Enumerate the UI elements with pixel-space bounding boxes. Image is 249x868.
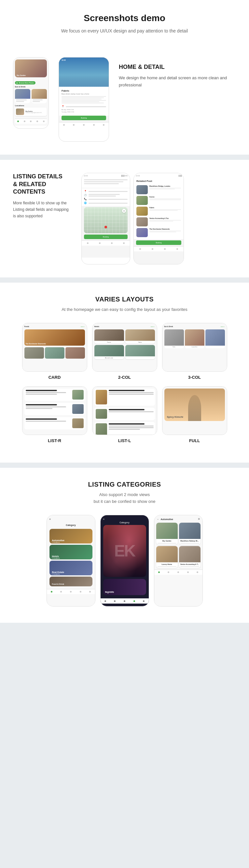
browse-label: Browse More Places (19, 82, 34, 84)
related-item-2: Farren (136, 196, 181, 205)
cat-item-4[interactable]: Food & Drink (50, 577, 92, 586)
two-col-grid: Farren Fabric Arizona Lunar (94, 330, 155, 359)
full-label: FULL (162, 438, 227, 443)
two-col-cell-3: Arizona Lunar (94, 345, 124, 359)
list-r-item-3 (24, 417, 85, 430)
listing-description: More flexible UI to show up the Listing … (13, 200, 72, 220)
listing-detail-phone-2: 10:03 ▐▐▐ Related Post Blackfriars Bridg… (134, 173, 184, 265)
ek-bottom-nav (101, 598, 149, 603)
related-item-4: Venice Accounting & Tax (136, 217, 181, 226)
full-image: Spicy Kimchi (164, 389, 225, 421)
auto-bottom-nav (154, 569, 202, 575)
three-col-item-1: Fabric (164, 330, 184, 348)
auto-item-3[interactable]: Luxury Home (156, 546, 178, 568)
detail-title: Fabric (61, 89, 106, 92)
categories-subtitle: Also support 2 mode viewsbut it can be c… (13, 492, 236, 505)
book-btn-2[interactable]: Booking (84, 235, 128, 239)
list-l-phone (92, 386, 157, 435)
card-sub-1 (24, 347, 44, 359)
cat-list-screen: ≡ Category Automotive 1 locations Hotels… (47, 515, 95, 606)
related-bottom-nav (134, 246, 184, 251)
layout-list-l: LIST-L (92, 386, 157, 443)
book-button[interactable]: Booking (61, 116, 106, 120)
listing-fields: 📍 🕐 📞 (82, 188, 130, 206)
page-subtitle: We focus on every UI/UX design and pay a… (26, 27, 223, 34)
hamburger-icon: ≡ (50, 518, 51, 521)
two-col-header: Hotels more > (94, 325, 155, 328)
home-top-image: Sky Garden (15, 59, 47, 77)
cat-hotels[interactable]: Hotels 3 locations (50, 545, 92, 559)
two-col-screen: Hotels more > Farren Fabric (92, 323, 157, 371)
three-col-item-3 (205, 330, 225, 348)
detail-phone: 10:03 Fabric Bass-driven startup music h… (59, 57, 109, 142)
status-bar-2: 10:03 ▐▐▐ (134, 173, 184, 178)
page-wrapper: Screenshots demo We focus on every UI/UX… (0, 0, 249, 623)
categories-section: LISTING CATEGORIES Also support 2 mode v… (0, 468, 249, 623)
layout-full: Spicy Kimchi FULL (162, 386, 227, 443)
layout-3col: Eat & Drink more > Fabric Luxury Home (162, 323, 227, 380)
auto-item-2[interactable]: Blackfriars Railway Br... (179, 523, 200, 545)
category-automotive-phone: ← Automotive ⚙ Sky Garden (154, 515, 203, 607)
browse-btn[interactable]: ▶ Browse More Places (15, 81, 35, 85)
listing-detail-phone-1: 10:03 ▐▐▐ WiFi 📍 (81, 173, 130, 265)
cat-ek-header-bar: ≡ (101, 515, 149, 521)
card-header: Foods more > (24, 325, 85, 328)
layout-card: Foods more > The Dorchester Diamonds (22, 323, 87, 380)
two-col-phone: Hotels more > Farren Fabric (92, 323, 157, 372)
cat-realestate[interactable]: Real Estate 2 locations (50, 561, 92, 575)
status-bar: 10:03 ▐▐▐ WiFi (82, 173, 130, 178)
two-col-cell-4 (125, 345, 155, 359)
detail-header-image: 10:03 (59, 58, 109, 87)
list-r-screen (23, 386, 87, 435)
home-phone-small: Sky Garden ▶ Browse More Places Eat & Dr… (13, 57, 49, 129)
related-item-5: The Dorchester Diamonds (136, 228, 181, 237)
auto-item-1[interactable]: Sky Garden (156, 523, 178, 545)
auto-search-icon: ⚙ (198, 518, 200, 520)
cat-nightlife-card[interactable]: Nightlife (103, 579, 146, 595)
listing-heading: LISTING DETAILS& RELATED CONTENTS (13, 173, 72, 195)
two-col-cell-1: Farren (94, 330, 124, 344)
cat-auto-header: ← Automotive ⚙ (154, 515, 202, 521)
ek-hamburger-icon: ≡ (103, 518, 105, 521)
three-col-grid: Fabric Luxury Home (164, 330, 225, 348)
hours-text: Monday: 09:00 17:00 Tuesday: 09:00 17:00 (61, 109, 106, 113)
locations-label: Locations (15, 104, 47, 106)
card-phone: Foods more > The Dorchester Diamonds (22, 323, 87, 372)
varies-subtitle: At the homepage we can easy to config th… (13, 306, 236, 313)
listing-text: LISTING DETAILS& RELATED CONTENTS More f… (13, 173, 72, 219)
sky-garden-item: Sky Garden The famous largest glass dome… (15, 107, 47, 116)
list-r-item-1 (24, 389, 85, 401)
full-phone: Spicy Kimchi (162, 386, 227, 435)
home-detail-description: We design the home and detail screen as … (119, 74, 236, 89)
cat-list-title: Category (47, 521, 95, 528)
listing-desc (82, 178, 130, 188)
two-col-cell-2: Fabric (125, 330, 155, 344)
card-sub-2 (45, 347, 64, 359)
card-label: CARD (22, 375, 87, 380)
related-item-1: Blackfriars Bridge, London (136, 185, 181, 194)
auto-item-4[interactable]: Venice Accounting & T... (179, 546, 200, 568)
layout-grid-row1: Foods more > The Dorchester Diamonds (13, 323, 236, 380)
listing-phones: 10:03 ▐▐▐ WiFi 📍 (81, 173, 236, 265)
book-btn-3[interactable]: Booking (136, 240, 181, 245)
layout-grid-row2: LIST-R (13, 386, 236, 443)
two-col-label: 2-COL (92, 375, 157, 380)
layout-list-r: LIST-R (22, 386, 87, 443)
three-col-label: 3-COL (162, 375, 227, 380)
cat-automotive[interactable]: Automotive 1 locations (50, 529, 92, 544)
list-r-item-2 (24, 403, 85, 415)
full-screen: Spicy Kimchi (162, 386, 227, 435)
three-col-header: Eat & Drink more > (164, 325, 225, 328)
list-l-item-3 (94, 422, 155, 435)
eat-drink-label: Eat & Drink (15, 86, 47, 88)
cat-auto-screen: ← Automotive ⚙ Sky Garden (154, 515, 202, 606)
category-ek-phone: ≡ Category EK Nightlife (100, 515, 149, 607)
detail-subtitle: Bass-driven startup music has a home (61, 93, 106, 95)
cat-ek-card[interactable]: EK (103, 525, 146, 577)
nightlife-label: Nightlife (105, 591, 114, 593)
layout-2col: Hotels more > Farren Fabric (92, 323, 157, 380)
list-r-phone (22, 386, 87, 435)
detail-content-area: Fabric Bass-driven startup music has a h… (59, 87, 109, 116)
listing-phone-1-screen: 10:03 ▐▐▐ WiFi 📍 (82, 173, 130, 258)
cat-ek-label-text: Category (101, 521, 149, 525)
